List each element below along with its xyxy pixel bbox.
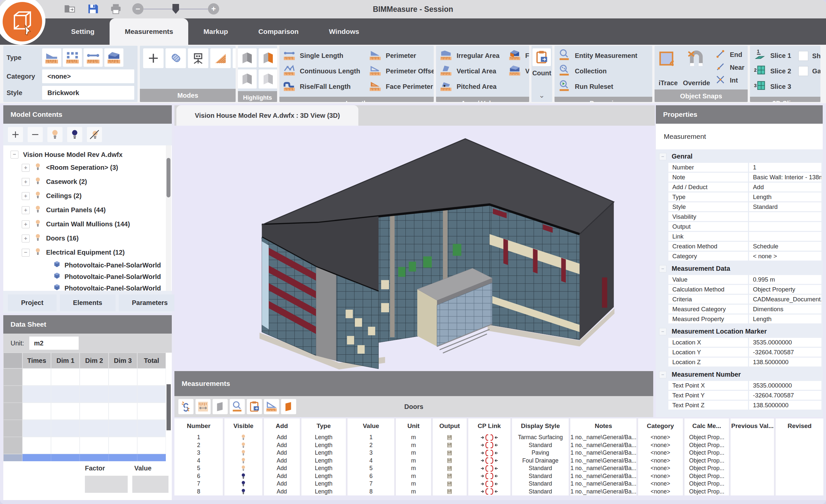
cell-value[interactable]: 6 <box>348 472 394 480</box>
cell-category[interactable]: <none> <box>638 472 683 480</box>
factor-input[interactable] <box>85 476 128 493</box>
cell-display_style[interactable]: Standard <box>512 464 569 472</box>
property-value[interactable]: Schedule <box>749 242 821 251</box>
ribbon-button-entity-measurement[interactable]: Entity Measurement <box>558 48 638 63</box>
cell-unit[interactable]: m <box>396 488 431 496</box>
tree-item-ceilings-2[interactable]: +Ceilings (2) <box>3 189 172 203</box>
ribbon-button-slice-2[interactable]: 2Slice 2 <box>753 64 791 79</box>
value-input[interactable] <box>132 476 169 493</box>
datasheet-cell[interactable] <box>51 369 80 386</box>
panel-gray-icon[interactable] <box>213 399 228 414</box>
datasheet-cell[interactable] <box>51 437 80 454</box>
tree-child-photovoltaic-panel-solarworld[interactable]: Photovoltaic-Panel-SolarWorld <box>3 282 172 291</box>
bulb-tan-icon[interactable] <box>225 441 262 449</box>
ribbon-button-perimeter[interactable]: Perimeter <box>368 48 434 63</box>
column-header-unit[interactable]: Unit <box>396 419 431 434</box>
bulb-tan-icon[interactable] <box>225 449 262 457</box>
property-value[interactable]: < none > <box>749 252 821 261</box>
cell-prev[interactable] <box>730 464 774 472</box>
style-input[interactable]: Brickwork <box>42 86 134 100</box>
property-value[interactable]: Length <box>749 315 821 323</box>
category-input[interactable]: <none> <box>42 69 134 83</box>
cell-prev[interactable] <box>730 441 774 449</box>
disk-icon[interactable] <box>433 449 467 457</box>
property-value[interactable]: Standard <box>749 202 821 211</box>
expand-icon[interactable]: + <box>22 192 30 200</box>
cell-number[interactable]: 2 <box>174 441 223 449</box>
checkbox-gadgets[interactable]: Gadgets <box>799 63 820 79</box>
ribbon-button-continuous-length[interactable]: Continuous Length <box>283 64 360 79</box>
ribbon-button-pitched-area[interactable]: Pitched Area <box>439 79 499 94</box>
measure-volume-icon[interactable] <box>104 48 123 67</box>
tree-item-curtain-panels-44[interactable]: +Curtain Panels (44) <box>3 203 172 217</box>
cell-type[interactable]: Length <box>301 449 346 457</box>
cell-revised[interactable] <box>776 441 823 449</box>
app-logo-button[interactable] <box>3 2 42 42</box>
tree-item-curtain-wall-mullions-144[interactable]: +Curtain Wall Mullions (144) <box>3 217 172 231</box>
cell-display_style[interactable]: Standard <box>512 480 569 488</box>
cp-link-icon[interactable] <box>468 449 511 457</box>
bulb-tan-icon[interactable] <box>225 434 262 441</box>
ribbon-button-slice-1[interactable]: 1Slice 1 <box>753 48 791 63</box>
bulb-blue-icon[interactable] <box>67 127 82 142</box>
datasheet-cell[interactable] <box>109 420 137 437</box>
cell-display_style[interactable]: Standard <box>512 472 569 480</box>
disk-icon[interactable] <box>433 441 467 449</box>
datasheet-cell[interactable] <box>22 403 51 420</box>
column-header-category[interactable]: Category <box>638 419 683 434</box>
column-header-cplink[interactable]: CP Link <box>468 419 511 434</box>
column-header-prev[interactable]: Previous Val... <box>730 419 774 434</box>
cell-display_style[interactable]: Standard <box>512 488 569 496</box>
cell-add[interactable]: Add <box>264 488 300 496</box>
tab-measurements[interactable]: Measurements <box>110 18 188 45</box>
cell-number[interactable]: 4 <box>174 457 223 465</box>
tree-child-photovoltaic-panel-solarworld[interactable]: Photovoltaic-Panel-SolarWorld <box>3 271 172 282</box>
cell-calc[interactable]: Object Prop... <box>685 488 729 496</box>
cell-calc[interactable]: Object Prop... <box>685 472 729 480</box>
cell-value[interactable]: 5 <box>348 464 394 472</box>
cell-unit[interactable]: m <box>396 480 431 488</box>
cell-category[interactable]: <none> <box>638 434 683 441</box>
datasheet-cell[interactable] <box>51 420 80 437</box>
bulb-tan-icon[interactable] <box>225 457 262 465</box>
measure-slope-icon[interactable] <box>42 48 61 67</box>
property-value[interactable]: 138.5000000 <box>749 401 821 410</box>
cell-category[interactable]: <none> <box>638 449 683 457</box>
tree-child-photovoltaic-panel-solarworld[interactable]: Photovoltaic-Panel-SolarWorld <box>3 260 172 271</box>
property-value[interactable]: -32604.700587 <box>749 348 821 357</box>
cell-calc[interactable]: Object Prop... <box>685 449 729 457</box>
tree-root-node[interactable]: −Vision House Model Rev A.dwfx <box>3 145 172 161</box>
disk-icon[interactable] <box>433 472 467 480</box>
datasheet-row-header[interactable] <box>3 403 22 420</box>
ribbon-button-single-length[interactable]: Single Length <box>283 48 360 63</box>
cell-unit[interactable]: m <box>396 464 431 472</box>
ribbon-button-perimeter-offset[interactable]: Perimeter Offset <box>368 64 434 79</box>
property-value[interactable]: 1 <box>749 163 821 172</box>
3d-viewport[interactable] <box>174 126 655 370</box>
datasheet-cell[interactable] <box>137 369 166 386</box>
cell-value[interactable]: 2 <box>348 441 394 449</box>
column-header-visible[interactable]: Visible <box>225 419 262 434</box>
cell-notes[interactable]: 1 no._name\General/Ba... <box>570 464 636 472</box>
cell-display_style[interactable]: Foul Drainage <box>512 457 569 465</box>
book-gray2-icon[interactable] <box>238 69 257 88</box>
disk-icon[interactable] <box>433 434 467 441</box>
cell-type[interactable]: Length <box>301 480 346 488</box>
cp-link-icon[interactable] <box>468 480 511 488</box>
cell-prev[interactable] <box>730 457 774 465</box>
column-header-display_style[interactable]: Display Style <box>512 419 569 434</box>
cell-calc[interactable]: Object Prop... <box>685 434 729 441</box>
datasheet-cell[interactable] <box>109 386 137 403</box>
count-icon[interactable] <box>532 48 551 66</box>
shading-checkbox[interactable] <box>799 51 808 61</box>
property-value[interactable] <box>749 222 821 231</box>
book-gray-icon[interactable] <box>238 48 257 67</box>
column-header-number[interactable]: Number <box>174 419 223 434</box>
property-value[interactable] <box>749 212 821 221</box>
cp-link-icon[interactable] <box>468 464 511 472</box>
collapse-icon[interactable]: − <box>659 265 666 272</box>
cell-unit[interactable]: m <box>396 449 431 457</box>
datasheet-cell[interactable] <box>137 403 166 420</box>
datasheet-cell[interactable] <box>22 386 51 403</box>
cell-add[interactable]: Add <box>264 441 300 449</box>
